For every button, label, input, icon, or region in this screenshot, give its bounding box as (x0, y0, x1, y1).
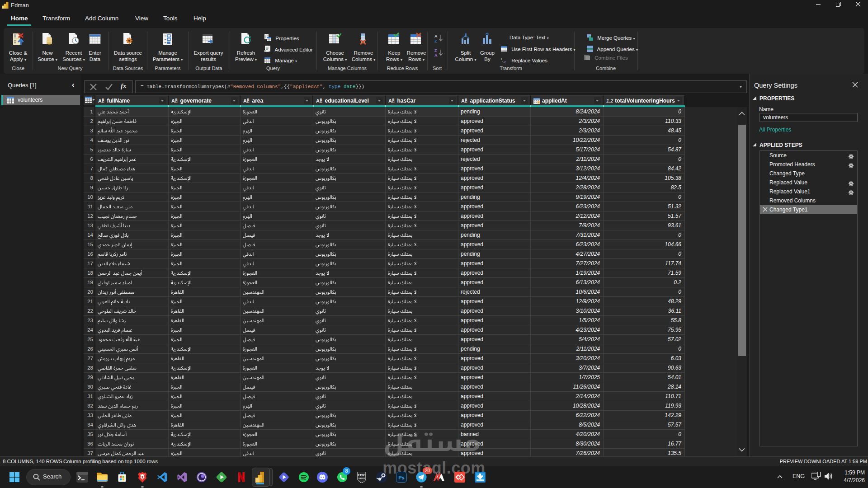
svg-text:A: A (434, 34, 438, 38)
svg-text:Z: Z (434, 48, 437, 53)
svg-text:2: 2 (504, 60, 506, 64)
svg-text:EPIC: EPIC (358, 473, 366, 477)
svg-text:Z: Z (434, 39, 437, 43)
svg-text:Ps: Ps (398, 475, 404, 480)
svg-text:1: 1 (500, 57, 503, 61)
svg-text:GAMES: GAMES (359, 477, 365, 479)
svg-text:A: A (434, 53, 438, 58)
